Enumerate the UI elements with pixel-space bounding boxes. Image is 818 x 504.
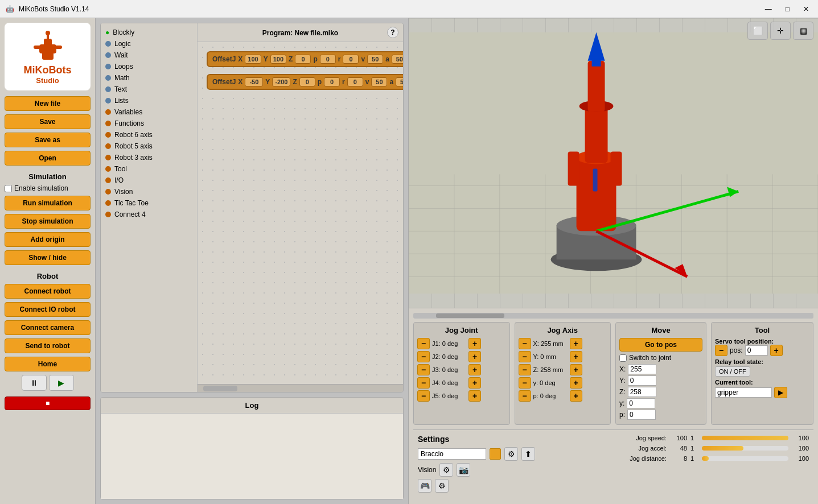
category-loops[interactable]: Loops	[103, 61, 195, 72]
category-text[interactable]: Text	[103, 84, 195, 95]
jog-ry-plus[interactable]: +	[570, 377, 582, 389]
extra-btn-2[interactable]: ⚙	[435, 479, 449, 493]
close-btn[interactable]: ✕	[800, 4, 812, 14]
jog-y-plus[interactable]: +	[570, 351, 582, 362]
coord-ry-input[interactable]	[627, 398, 655, 408]
block1-z-val[interactable]: 0	[295, 55, 311, 64]
jog-rp-minus[interactable]: −	[519, 390, 531, 402]
category-robot-3-axis[interactable]: Robot 3 axis	[103, 152, 195, 163]
viewport-grid-btn[interactable]: ▦	[793, 22, 813, 40]
coord-y-input[interactable]	[628, 375, 656, 386]
jog-distance-slider[interactable]	[702, 456, 788, 461]
maximize-btn[interactable]: □	[782, 4, 793, 14]
jog-j1-minus[interactable]: −	[417, 338, 430, 349]
category-connect-4[interactable]: Connect 4	[103, 209, 195, 220]
add-origin-button[interactable]: Add origin	[5, 232, 91, 247]
home-button[interactable]: Home	[5, 357, 91, 371]
category-blockly[interactable]: ● Blockly	[103, 27, 195, 38]
minimize-btn[interactable]: —	[762, 4, 775, 14]
coord-x-input[interactable]	[628, 364, 656, 374]
block2-y-val[interactable]: -200	[272, 77, 290, 86]
jog-j3-minus[interactable]: −	[417, 364, 430, 375]
jog-y-minus[interactable]: −	[519, 351, 531, 362]
switch-to-joint-checkbox[interactable]	[619, 354, 627, 362]
jog-j3-plus[interactable]: +	[468, 364, 481, 375]
block1-r-val[interactable]: 0	[343, 55, 359, 64]
pause-button[interactable]: ⏸	[22, 375, 47, 391]
robot-color-btn[interactable]	[490, 448, 501, 460]
block2-z-val[interactable]: 0	[299, 77, 315, 86]
connect-robot-button[interactable]: Connect robot	[5, 284, 91, 299]
block1-x-val[interactable]: 100	[245, 55, 261, 64]
stop-simulation-button[interactable]: Stop simulation	[5, 214, 91, 229]
help-button[interactable]: ?	[387, 27, 398, 38]
block2-a-val[interactable]: 50	[396, 77, 403, 86]
on-off-button[interactable]: ON / OFF	[715, 366, 750, 377]
horizontal-scrollbar[interactable]	[198, 384, 403, 392]
save-button[interactable]: Save	[5, 114, 91, 129]
block1-y-val[interactable]: 100	[270, 55, 286, 64]
category-logic[interactable]: Logic	[103, 38, 195, 49]
robot-model-input[interactable]	[418, 448, 486, 460]
category-tic-tac-toe[interactable]: Tic Tac Toe	[103, 197, 195, 209]
send-to-robot-button[interactable]: Send to robot	[5, 338, 91, 353]
jog-x-plus[interactable]: +	[570, 338, 582, 349]
enable-simulation-checkbox[interactable]	[5, 185, 12, 192]
jog-accel-slider[interactable]	[702, 446, 788, 451]
block2-p-val[interactable]: 0	[324, 77, 340, 86]
block-2[interactable]: OffsetJ X -50 Y -200 Z 0 p 0 r 0	[207, 74, 403, 90]
jog-j2-plus[interactable]: +	[468, 351, 481, 362]
category-math[interactable]: Math	[103, 72, 195, 84]
servo-pos-input[interactable]	[745, 345, 768, 356]
servo-plus-btn[interactable]: +	[770, 345, 783, 356]
jog-speed-slider[interactable]	[702, 436, 788, 440]
block2-v-val[interactable]: 50	[371, 77, 387, 86]
stop-button[interactable]: ■	[5, 396, 91, 410]
block1-v-val[interactable]: 50	[367, 55, 383, 64]
jog-j5-minus[interactable]: −	[417, 390, 430, 402]
category-robot-5-axis[interactable]: Robot 5 axis	[103, 141, 195, 152]
tool-confirm-btn[interactable]: ▶	[774, 387, 787, 398]
category-variables[interactable]: Variables	[103, 106, 195, 118]
viewport-axes-btn[interactable]: ✛	[770, 22, 791, 40]
jog-j4-plus[interactable]: +	[468, 377, 481, 389]
block1-p-val[interactable]: 0	[320, 55, 336, 64]
vision-camera-btn[interactable]: 📷	[457, 463, 470, 477]
category-robot-6-axis[interactable]: Robot 6 axis	[103, 129, 195, 141]
show-hide-button[interactable]: Show / hide	[5, 250, 91, 265]
open-button[interactable]: Open	[5, 151, 91, 166]
jog-j5-plus[interactable]: +	[468, 390, 481, 402]
jog-x-minus[interactable]: −	[519, 338, 531, 349]
window-controls[interactable]: — □ ✕	[762, 4, 812, 14]
category-lists[interactable]: Lists	[103, 95, 195, 106]
new-file-button[interactable]: New file	[5, 96, 91, 111]
block-1[interactable]: OffsetJ X 100 Y 100 Z 0 p 0 r 0	[207, 51, 403, 67]
category-functions[interactable]: Functions	[103, 118, 195, 129]
servo-minus-btn[interactable]: −	[715, 345, 727, 356]
connect-camera-button[interactable]: Connect camera	[5, 320, 91, 335]
vision-settings-btn[interactable]: ⚙	[439, 463, 453, 477]
block1-a-val[interactable]: 50	[392, 55, 403, 64]
category-tool[interactable]: Tool	[103, 163, 195, 175]
jog-z-minus[interactable]: −	[519, 364, 531, 375]
save-as-button[interactable]: Save as	[5, 133, 91, 147]
jog-j1-plus[interactable]: +	[468, 338, 481, 349]
jog-ry-minus[interactable]: −	[519, 377, 531, 389]
robot-upload-btn[interactable]: ⬆	[521, 447, 535, 461]
jog-z-plus[interactable]: +	[570, 364, 582, 375]
block2-x-val[interactable]: -50	[245, 77, 263, 86]
jog-rp-plus[interactable]: +	[570, 390, 582, 402]
category-vision[interactable]: Vision	[103, 186, 195, 197]
jog-j2-minus[interactable]: −	[417, 351, 430, 362]
category-io[interactable]: I/O	[103, 175, 195, 186]
viewport-cube-btn[interactable]: ⬜	[747, 22, 768, 40]
robot-settings-btn[interactable]: ⚙	[504, 447, 518, 461]
category-wait[interactable]: Wait	[103, 49, 195, 61]
go-to-pos-button[interactable]: Go to pos	[619, 338, 702, 352]
coord-rp-input[interactable]	[627, 410, 656, 420]
coord-z-input[interactable]	[628, 387, 656, 397]
extra-btn-1[interactable]: 🎮	[418, 479, 431, 493]
run-simulation-button[interactable]: Run simulation	[5, 196, 91, 210]
block2-r-val[interactable]: 0	[347, 77, 363, 86]
connect-io-robot-button[interactable]: Connect IO robot	[5, 302, 91, 317]
